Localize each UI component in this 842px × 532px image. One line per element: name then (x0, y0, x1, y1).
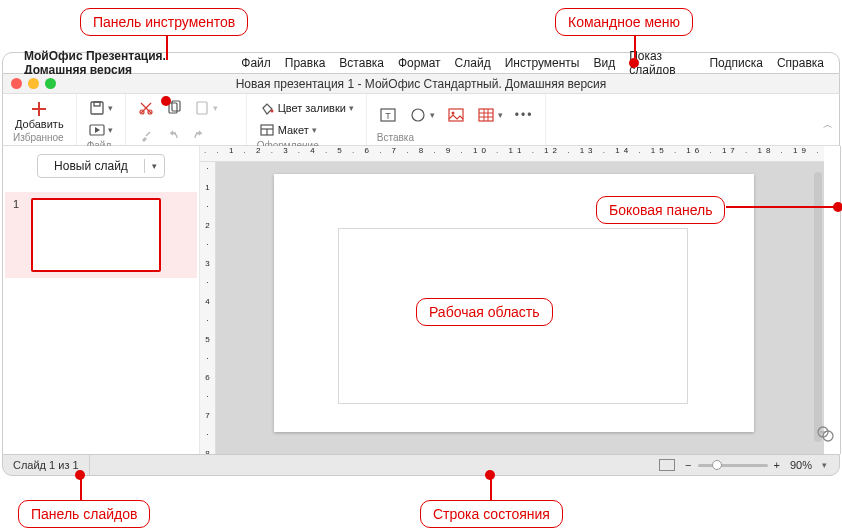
svg-rect-17 (479, 109, 493, 121)
menu-subscription[interactable]: Подписка (702, 56, 769, 70)
svg-point-8 (270, 110, 273, 113)
annotation-side-panel: Боковая панель (596, 196, 725, 224)
window-minimize-button[interactable] (28, 78, 39, 89)
zoom-in-button[interactable]: + (774, 459, 780, 471)
ellipsis-icon: ••• (515, 108, 534, 122)
comments-button[interactable] (815, 424, 835, 444)
status-bar: Слайд 1 из 1 − + 90% ▾ (2, 454, 840, 476)
svg-point-25 (822, 431, 823, 432)
add-button[interactable]: Добавить (13, 98, 66, 132)
group-label-favorites: Избранное (13, 132, 66, 143)
layout-label: Макет (278, 124, 309, 136)
svg-point-24 (820, 431, 821, 432)
svg-rect-1 (94, 102, 100, 106)
menu-help[interactable]: Справка (770, 56, 831, 70)
annotation-status-bar: Строка состояния (420, 500, 563, 528)
vertical-scrollbar[interactable] (814, 172, 822, 442)
annotation-slide-panel: Панель слайдов (18, 500, 150, 528)
toolbar-expand-icon[interactable]: ︿ (823, 118, 833, 132)
annotation-command-menu: Командное меню (555, 8, 693, 36)
menu-insert[interactable]: Вставка (332, 56, 391, 70)
more-button[interactable]: ••• (513, 106, 536, 124)
menu-slide[interactable]: Слайд (448, 56, 498, 70)
zoom-slider-thumb[interactable] (712, 460, 722, 470)
app-menu[interactable]: МойОфис Презентация. Домашняя версия (17, 49, 234, 77)
menu-file[interactable]: Файл (234, 56, 278, 70)
toolbar-group-insert: T ▾ ▾ ••• Вставка (367, 94, 547, 145)
slide-thumbnail-row[interactable]: 1 (5, 192, 197, 278)
menu-view[interactable]: Вид (586, 56, 622, 70)
menu-format[interactable]: Формат (391, 56, 448, 70)
layout-icon (259, 122, 275, 138)
svg-text:T: T (385, 111, 391, 121)
fill-color-label: Цвет заливки (278, 102, 346, 114)
svg-rect-15 (449, 109, 463, 121)
toolbar-group-favorites: Добавить Избранное (3, 94, 77, 145)
table-icon (477, 106, 495, 124)
shape-icon (409, 106, 427, 124)
add-button-label: Добавить (15, 118, 64, 130)
svg-point-14 (412, 109, 424, 121)
zoom-value[interactable]: 90% (790, 459, 812, 471)
svg-point-16 (451, 112, 454, 115)
chevron-down-icon: ▾ (108, 103, 113, 113)
ruler-horizontal: . . 1 . 2 . 3 . 4 . 5 . 6 . 7 . 8 . 9 . … (200, 146, 824, 162)
toolbar-group-design: Цвет заливки ▾ Макет ▾ Оформление (247, 94, 367, 145)
scissors-icon (138, 100, 154, 116)
svg-rect-0 (91, 102, 103, 114)
clipboard-icon (194, 100, 210, 116)
zoom-out-button[interactable]: − (685, 459, 691, 471)
group-label-insert: Вставка (377, 132, 536, 143)
image-button[interactable] (445, 104, 467, 126)
main-toolbar: Добавить Избранное ▾ ▾ Файл (2, 94, 840, 146)
format-painter-button[interactable] (136, 126, 156, 146)
menu-edit[interactable]: Правка (278, 56, 333, 70)
chat-icon (815, 424, 835, 444)
slide-number: 1 (13, 198, 23, 272)
window-controls (11, 78, 56, 89)
toolbar-group-file: ▾ ▾ Файл (77, 94, 126, 145)
chevron-down-icon[interactable]: ▾ (822, 460, 827, 470)
new-slide-bar: Новый слайд ▾ (2, 146, 200, 186)
toolbar-group-edit: ▾ Правка (126, 94, 247, 145)
table-button[interactable]: ▾ (475, 104, 505, 126)
fill-color-button[interactable]: Цвет заливки ▾ (257, 98, 356, 118)
play-button[interactable]: ▾ (87, 120, 115, 140)
menu-tools[interactable]: Инструменты (498, 56, 587, 70)
redo-icon (192, 129, 206, 143)
redo-button[interactable] (190, 127, 208, 145)
textbox-icon: T (379, 106, 397, 124)
textbox-button[interactable]: T (377, 104, 399, 126)
window-maximize-button[interactable] (45, 78, 56, 89)
layout-button[interactable]: Макет ▾ (257, 120, 356, 140)
document-title: Новая презентация 1 - МойОфис Стандартны… (236, 77, 607, 91)
window-titlebar: Новая презентация 1 - МойОфис Стандартны… (2, 74, 840, 94)
zoom-slider-track[interactable] (698, 464, 768, 467)
chevron-down-icon: ▾ (108, 125, 113, 135)
system-menubar: МойОфис Презентация. Домашняя версия Фай… (2, 52, 840, 74)
side-panel (810, 414, 840, 454)
undo-icon (166, 129, 180, 143)
ruler-vertical: ·1· 2·3 ·4· 5·6 ·7· 8· (200, 162, 216, 454)
svg-point-26 (824, 431, 825, 432)
cut-button[interactable] (136, 98, 156, 118)
annotation-toolbar: Панель инструментов (80, 8, 248, 36)
new-slide-dropdown[interactable]: ▾ (145, 161, 164, 171)
slide-thumbnail[interactable] (31, 198, 161, 272)
window-close-button[interactable] (11, 78, 22, 89)
new-slide-button[interactable]: Новый слайд ▾ (37, 154, 165, 178)
svg-rect-7 (197, 102, 207, 114)
new-slide-label: Новый слайд (38, 159, 145, 173)
paint-bucket-icon (259, 100, 275, 116)
slide-panel: 1 (2, 186, 200, 454)
annotation-work-area: Рабочая область (416, 298, 553, 326)
save-button[interactable]: ▾ (87, 98, 115, 118)
fit-to-window-button[interactable] (659, 459, 675, 471)
brush-icon (138, 128, 154, 144)
undo-button[interactable] (164, 127, 182, 145)
image-icon (447, 106, 465, 124)
shape-button[interactable]: ▾ (407, 104, 437, 126)
zoom-slider[interactable]: − + (685, 459, 780, 471)
paste-button[interactable]: ▾ (192, 98, 220, 118)
